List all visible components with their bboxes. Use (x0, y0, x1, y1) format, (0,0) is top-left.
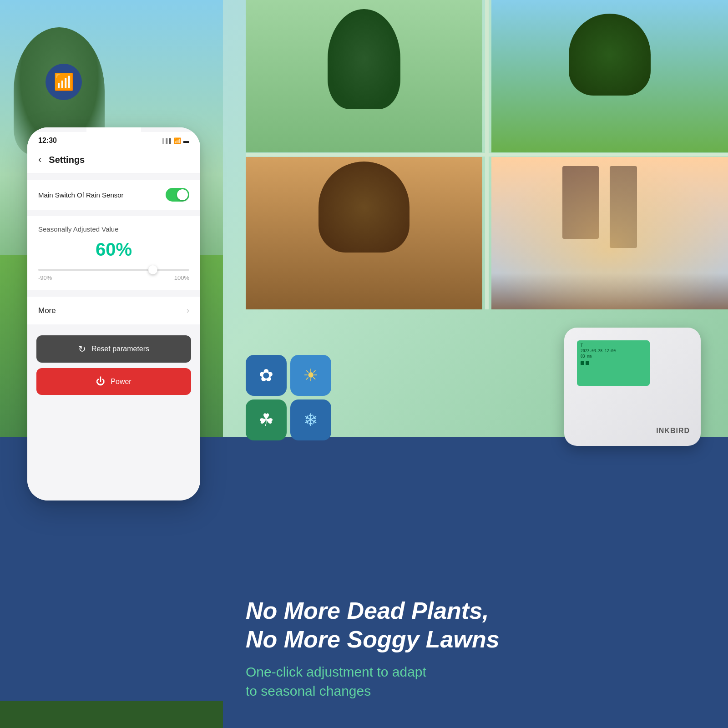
reset-label: Reset parameters (91, 345, 149, 353)
grass-decoration (0, 701, 223, 728)
device-brand-label: INKBIRD (656, 427, 690, 435)
photo-grid (246, 0, 728, 309)
seasonally-section: Seasonally Adjusted Value 60% -90% 100% (27, 216, 200, 290)
device-body: T 2022.03.28 12:00 03 mm INKBIRD (564, 328, 701, 446)
photo-divider-horizontal (246, 153, 728, 157)
icons-top-row: ✿ ☀ (246, 355, 331, 396)
more-label: More (38, 306, 56, 315)
photo-top-right (491, 0, 728, 152)
phone-notch (86, 127, 141, 140)
more-row[interactable]: More › (38, 297, 189, 324)
rain-sensor-toggle[interactable] (166, 188, 189, 202)
slider-labels: -90% 100% (38, 274, 189, 281)
leaf-icon: ☘ (258, 410, 274, 430)
snowflake-icon-tile: ❄ (290, 399, 331, 440)
buttons-section: ↻ Reset parameters ⏻ Power (27, 331, 200, 399)
season-icons: ✿ ☀ ☘ ❄ (246, 355, 331, 440)
snowflake-icon: ❄ (303, 410, 318, 430)
phone-body: 12:30 ‖‖‖ 📶 ▬ ‹ Settings Main Switch Of … (27, 127, 200, 500)
reset-button[interactable]: ↻ Reset parameters (36, 335, 191, 363)
icons-bottom-row: ☘ ❄ (246, 399, 331, 440)
slider-max-label: 100% (174, 274, 189, 281)
sun-icon: ☀ (303, 365, 318, 385)
power-label: Power (111, 378, 131, 386)
power-icon: ⏻ (96, 376, 105, 387)
bottom-text-area: No More Dead Plants, No More Soggy Lawns… (246, 597, 655, 701)
wifi-status-icon: 📶 (174, 137, 181, 144)
device-screen: T 2022.03.28 12:00 03 mm (577, 340, 650, 386)
rain-sensor-row: Main Switch Of Rain Sensor (38, 180, 189, 210)
screen-icon-2 (586, 361, 589, 365)
headline-line1: No More Dead Plants, (246, 597, 655, 625)
subtext-line2: to seasonal changes (246, 682, 655, 701)
rain-sensor-label: Main Switch Of Rain Sensor (38, 190, 124, 200)
screen-icon-1 (581, 361, 584, 365)
slider-track (38, 269, 189, 271)
screen-line3: 03 mm (581, 354, 646, 359)
power-button[interactable]: ⏻ Power (36, 368, 191, 395)
nav-header: ‹ Settings (27, 148, 200, 173)
inkbird-device: T 2022.03.28 12:00 03 mm INKBIRD (564, 328, 701, 446)
photo-bottom-left (246, 157, 482, 309)
more-section: More › (27, 297, 200, 324)
subtext-line1: One-click adjustment to adapt (246, 662, 655, 682)
photo-top-left (246, 0, 482, 152)
headline-line2: No More Soggy Lawns (246, 625, 655, 653)
slider-thumb[interactable] (148, 265, 157, 274)
photo-bottom-right (491, 157, 728, 309)
slider-container[interactable] (38, 269, 189, 271)
percent-value: 60% (38, 239, 189, 260)
signal-icon: ‖‖‖ (162, 137, 172, 144)
slider-min-label: -90% (38, 274, 52, 281)
screen-icons (581, 361, 646, 365)
nav-title: Settings (49, 155, 85, 165)
rain-sensor-section: Main Switch Of Rain Sensor (27, 180, 200, 210)
leaf-icon-tile: ☘ (246, 399, 287, 440)
wifi-icon: 📶 (54, 72, 74, 91)
battery-icon: ▬ (183, 137, 189, 144)
flower-icon: ✿ (259, 365, 273, 385)
phone-screen: 12:30 ‖‖‖ 📶 ▬ ‹ Settings Main Switch Of … (27, 127, 200, 500)
flower-icon-tile: ✿ (246, 355, 287, 396)
settings-content: Main Switch Of Rain Sensor Seasonally Ad… (27, 180, 200, 399)
subtext: One-click adjustment to adapt to seasona… (246, 662, 655, 701)
seasonally-label: Seasonally Adjusted Value (38, 225, 189, 233)
device-screen-content: T 2022.03.28 12:00 03 mm (577, 340, 650, 368)
headline: No More Dead Plants, No More Soggy Lawns (246, 597, 655, 653)
screen-line2: 2022.03.28 12:00 (581, 349, 646, 354)
status-time: 12:30 (38, 136, 57, 145)
toggle-knob (177, 189, 188, 200)
wifi-badge: 📶 (46, 64, 82, 100)
reset-icon: ↻ (78, 344, 86, 354)
phone-mockup: 12:30 ‖‖‖ 📶 ▬ ‹ Settings Main Switch Of … (27, 127, 200, 500)
back-button[interactable]: ‹ (38, 154, 41, 166)
tree-photo-tl (328, 9, 400, 109)
status-icons: ‖‖‖ 📶 ▬ (162, 137, 189, 144)
screen-line1: T (581, 343, 646, 349)
slider-fill (38, 269, 152, 271)
sun-icon-tile: ☀ (290, 355, 331, 396)
chevron-icon: › (187, 306, 189, 315)
